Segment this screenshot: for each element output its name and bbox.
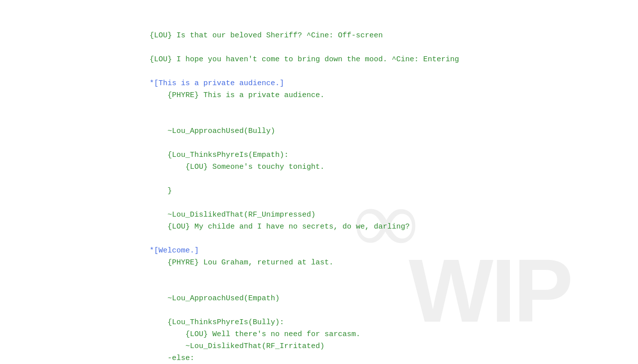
code-line: {LOU} Is that our beloved Sheriff? ^Cine… bbox=[150, 30, 638, 42]
code-line: {PHYRE} Lou Graham, returned at last. bbox=[150, 257, 638, 269]
code-line: {LOU} I hope you haven't come to bring d… bbox=[150, 54, 638, 66]
code-line: ~Lou_DislikedThat(RF_Unimpressed) bbox=[150, 209, 638, 221]
code-line: {LOU} Someone's touchy tonight. bbox=[150, 161, 638, 173]
code-line: ~Lou_DislikedThat(RF_Irritated) bbox=[150, 341, 638, 353]
code-line: {PHYRE} This is a private audience. bbox=[150, 90, 638, 102]
code-line: ~Lou_ApproachUsed(Empath) bbox=[150, 293, 638, 305]
code-line: {Lou_ThinksPhyreIs(Empath): bbox=[150, 149, 638, 161]
code-line: ~Lou_ApproachUsed(Bully) bbox=[150, 125, 638, 137]
code-line: *[Welcome.] bbox=[150, 245, 638, 257]
code-line: {LOU} My childe and I have no secrets, d… bbox=[150, 221, 638, 233]
code-editor: {LOU} Is that our beloved Sheriff? ^Cine… bbox=[0, 0, 638, 364]
code-line: {LOU} Well there's no need for sarcasm. bbox=[150, 329, 638, 341]
code-line: -else: bbox=[150, 353, 638, 364]
code-line: *[This is a private audience.] bbox=[150, 78, 638, 90]
code-line: } bbox=[150, 185, 638, 197]
code-line: {Lou_ThinksPhyreIs(Bully): bbox=[150, 317, 638, 329]
